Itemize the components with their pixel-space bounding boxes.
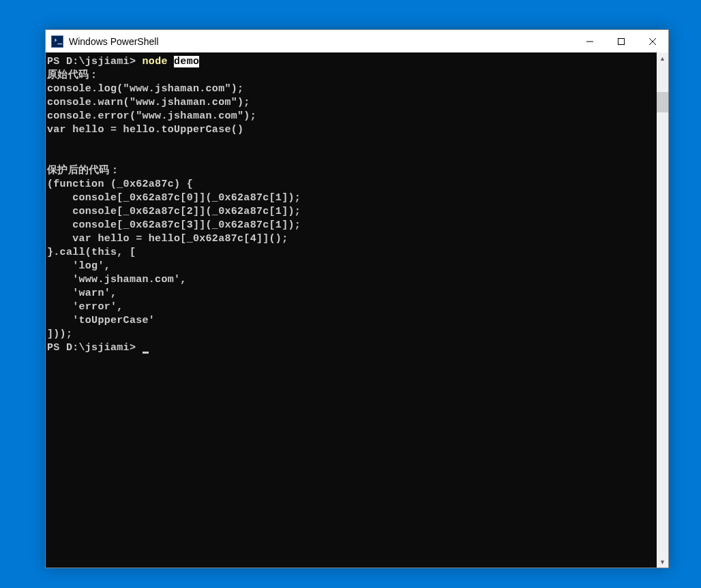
cursor <box>143 352 149 354</box>
minimize-button[interactable] <box>574 30 606 52</box>
output-line: console[_0x62a87c[3]](_0x62a87c[1]); <box>47 219 301 231</box>
window-title: Windows PowerShell <box>69 36 574 47</box>
scroll-up-arrow-icon[interactable]: ▲ <box>657 52 668 64</box>
powershell-window: Windows PowerShell PS D:\jsjiami> node d… <box>45 29 669 568</box>
window-controls <box>574 30 668 52</box>
scroll-down-arrow-icon[interactable]: ▼ <box>657 556 668 568</box>
scroll-thumb[interactable] <box>657 92 668 112</box>
output-line: console[_0x62a87c[2]](_0x62a87c[1]); <box>47 206 301 217</box>
close-button[interactable] <box>637 30 668 52</box>
command-node: node <box>143 56 175 67</box>
minimize-icon <box>586 38 593 45</box>
scrollbar[interactable]: ▲ ▼ <box>657 52 668 568</box>
output-line: console[_0x62a87c[0]](_0x62a87c[1]); <box>47 192 301 204</box>
close-icon <box>649 38 656 45</box>
output-line: ])); <box>47 328 72 340</box>
powershell-icon <box>51 35 63 48</box>
output-line: 保护后的代码： <box>47 165 120 176</box>
maximize-button[interactable] <box>606 30 637 52</box>
output-line: var hello = hello.toUpperCase() <box>47 124 243 136</box>
output-line: 'warn', <box>47 288 117 299</box>
output-line: }.call(this, [ <box>47 247 136 258</box>
maximize-icon <box>618 38 625 45</box>
output-line: 'www.jshaman.com', <box>47 274 187 285</box>
output-line: console.warn("www.jshaman.com"); <box>47 97 250 108</box>
command-arg-selected: demo <box>174 56 199 67</box>
output-line: console.error("www.jshaman.com"); <box>47 110 256 122</box>
prompt-line: PS D:\jsjiami> <box>47 56 143 67</box>
terminal-area: PS D:\jsjiami> node demo 原始代码： console.l… <box>46 52 668 568</box>
output-line: 原始代码： <box>47 69 100 81</box>
output-line: 'toUpperCase' <box>47 315 155 326</box>
output-line: console.log("www.jshaman.com"); <box>47 83 243 95</box>
titlebar[interactable]: Windows PowerShell <box>46 30 668 52</box>
terminal-output[interactable]: PS D:\jsjiami> node demo 原始代码： console.l… <box>46 52 657 568</box>
output-line: 'log', <box>47 260 110 272</box>
svg-rect-1 <box>618 38 625 44</box>
output-line: var hello = hello[_0x62a87c[4]](); <box>47 233 288 245</box>
output-line: (function (_0x62a87c) { <box>47 179 193 190</box>
prompt-line: PS D:\jsjiami> <box>47 342 143 354</box>
output-line: 'error', <box>47 301 123 313</box>
